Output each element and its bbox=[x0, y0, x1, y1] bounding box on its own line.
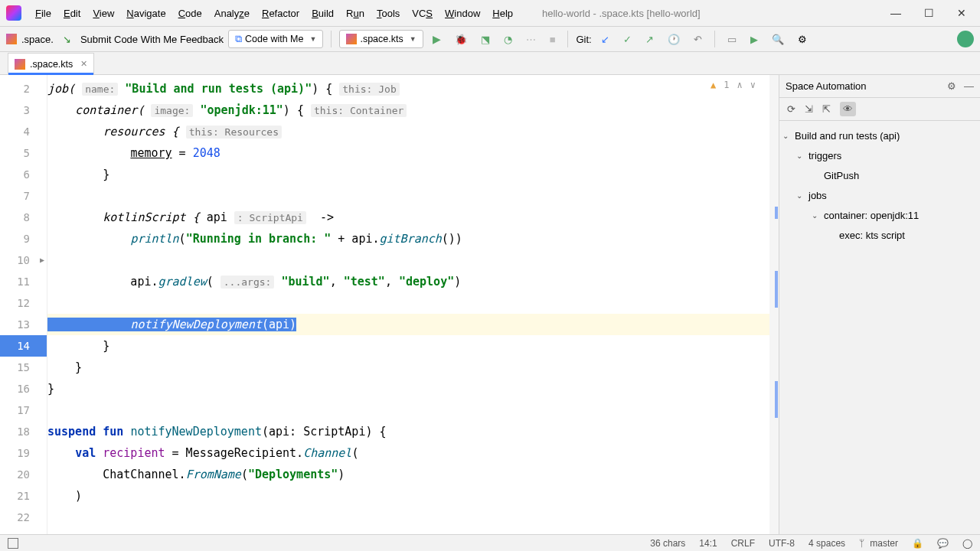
warn-count: 1 bbox=[724, 80, 729, 90]
status-indent[interactable]: 4 spaces bbox=[808, 538, 845, 549]
code-with-me-button[interactable]: ⧉ Code with Me ▼ bbox=[228, 30, 323, 48]
file-type-icon bbox=[15, 59, 25, 70]
profile-icon[interactable]: ◔ bbox=[499, 30, 517, 48]
chevron-down-icon: ▼ bbox=[310, 35, 317, 43]
tool-windows-icon[interactable] bbox=[8, 538, 18, 549]
coverage-icon[interactable]: ⬔ bbox=[476, 30, 495, 48]
maximize-icon[interactable]: ☐ bbox=[924, 7, 934, 19]
status-eol[interactable]: CRLF bbox=[731, 538, 755, 549]
warning-icon: ▲ bbox=[710, 80, 716, 90]
menu-build[interactable]: Build bbox=[305, 5, 340, 22]
processes-icon[interactable]: ◯ bbox=[962, 538, 972, 549]
file-type-icon bbox=[346, 34, 357, 44]
run-icon[interactable]: ▶ bbox=[428, 30, 446, 48]
file-type-icon bbox=[6, 34, 17, 44]
panel-header: Space Automation ⚙ — bbox=[779, 75, 980, 98]
debug-icon[interactable]: 🐞 bbox=[450, 30, 472, 48]
tree-job[interactable]: ⌄Build and run tests (api) bbox=[782, 126, 977, 145]
automation-tree[interactable]: ⌄Build and run tests (api) ⌄triggers Git… bbox=[779, 121, 980, 249]
menu-view[interactable]: View bbox=[87, 5, 120, 22]
build-icon[interactable]: ↘ bbox=[58, 30, 76, 48]
tree-gitpush[interactable]: GitPush bbox=[782, 165, 977, 185]
scroll-from-source-icon[interactable]: 👁 bbox=[840, 102, 856, 116]
code-with-me-label: Code with Me bbox=[245, 34, 303, 44]
cwm-icon: ⧉ bbox=[235, 34, 242, 45]
tree-exec[interactable]: exec: kts script bbox=[782, 225, 977, 245]
menu-code[interactable]: Code bbox=[172, 5, 208, 22]
error-stripe[interactable] bbox=[769, 75, 779, 534]
run-config-dropdown[interactable]: .space.kts ▼ bbox=[339, 30, 423, 48]
git-label: Git: bbox=[576, 34, 591, 45]
menu-tools[interactable]: Tools bbox=[371, 5, 406, 22]
status-pos[interactable]: 14:1 bbox=[699, 538, 717, 549]
window-title: hello-world - .space.kts [hello-world] bbox=[542, 8, 701, 19]
gutter: 23456789 10111213 14 1516171819202122 bbox=[0, 75, 47, 534]
space-automation-panel: Space Automation ⚙ — ⟳ ⇲ ⇱ 👁 ⌄Build and … bbox=[779, 75, 980, 534]
structure-icon[interactable]: ▭ bbox=[723, 30, 741, 48]
panel-title: Space Automation bbox=[786, 80, 867, 92]
next-highlight-icon[interactable]: ∨ bbox=[750, 80, 756, 90]
notifications-icon[interactable]: 💬 bbox=[937, 538, 949, 549]
editor-tabs: .space.kts ✕ bbox=[0, 52, 980, 75]
menubar: File Edit View Navigate Code Analyze Ref… bbox=[0, 0, 980, 26]
tab-label: .space.kts bbox=[30, 59, 73, 70]
menu-analyze[interactable]: Analyze bbox=[208, 5, 256, 22]
menu-vcs[interactable]: VCS bbox=[406, 5, 439, 22]
menu-refactor[interactable]: Refactor bbox=[256, 5, 305, 22]
refresh-icon[interactable]: ⟳ bbox=[787, 103, 795, 115]
app-icon bbox=[6, 5, 21, 21]
breadcrumb[interactable]: .space. bbox=[21, 34, 54, 45]
update-icon[interactable]: ↙ bbox=[596, 30, 614, 48]
code-area[interactable]: ▲ 1 ∧ ∨ job( name: "Build and run tests … bbox=[47, 75, 779, 534]
close-icon[interactable]: ✕ bbox=[80, 59, 87, 69]
minimize-icon[interactable]: — bbox=[890, 7, 901, 19]
commit-icon[interactable]: ✓ bbox=[619, 30, 636, 48]
tree-triggers[interactable]: ⌄triggers bbox=[782, 145, 977, 165]
prev-highlight-icon[interactable]: ∧ bbox=[737, 80, 743, 90]
avatar[interactable] bbox=[957, 31, 974, 47]
menu-help[interactable]: Help bbox=[486, 5, 519, 22]
menu-window[interactable]: Window bbox=[439, 5, 486, 22]
toolbar: .space. ↘ Submit Code With Me Feedback ⧉… bbox=[0, 26, 980, 52]
close-icon[interactable]: ✕ bbox=[957, 7, 966, 19]
menu-edit[interactable]: Edit bbox=[57, 5, 87, 22]
push-icon[interactable]: ↗ bbox=[641, 30, 658, 48]
status-enc[interactable]: UTF-8 bbox=[769, 538, 795, 549]
inspection-widget[interactable]: ▲ 1 ∧ ∨ bbox=[710, 80, 756, 90]
editor[interactable]: 23456789 10111213 14 1516171819202122 ▲ … bbox=[0, 75, 779, 534]
gear-icon[interactable]: ⚙ bbox=[947, 80, 956, 92]
submit-feedback[interactable]: Submit Code With Me Feedback bbox=[80, 34, 224, 45]
status-chars: 36 chars bbox=[650, 538, 685, 549]
attach-icon[interactable]: ⋯ bbox=[521, 30, 541, 48]
lock-icon[interactable]: 🔒 bbox=[912, 538, 923, 549]
branch-icon: ᛘ bbox=[859, 538, 870, 549]
menu-navigate[interactable]: Navigate bbox=[120, 5, 172, 22]
chevron-down-icon: ▼ bbox=[410, 35, 416, 43]
rollback-icon[interactable]: ↶ bbox=[689, 30, 707, 48]
tree-container[interactable]: ⌄container: openjdk:11 bbox=[782, 205, 977, 225]
collapse-icon[interactable]: ⇱ bbox=[822, 103, 831, 115]
git-branch[interactable]: ᛘ master bbox=[859, 538, 898, 549]
history-icon[interactable]: 🕐 bbox=[663, 30, 684, 48]
expand-icon[interactable]: ⇲ bbox=[805, 103, 813, 115]
menu-file[interactable]: File bbox=[29, 5, 57, 22]
tree-jobs[interactable]: ⌄jobs bbox=[782, 185, 977, 205]
tab-space-kts[interactable]: .space.kts ✕ bbox=[8, 53, 94, 74]
run-config-label: .space.kts bbox=[360, 34, 403, 44]
status-bar: 36 chars 14:1 CRLF UTF-8 4 spaces ᛘ mast… bbox=[0, 534, 980, 551]
hide-icon[interactable]: — bbox=[964, 80, 974, 92]
stop-icon[interactable]: ■ bbox=[545, 30, 560, 48]
panel-toolbar: ⟳ ⇲ ⇱ 👁 bbox=[779, 98, 980, 121]
search-icon[interactable]: 🔍 bbox=[767, 30, 789, 48]
run-anything-icon[interactable]: ▶ bbox=[746, 30, 763, 48]
menu-run[interactable]: Run bbox=[340, 5, 371, 22]
settings-icon[interactable]: ⚙ bbox=[793, 30, 812, 48]
